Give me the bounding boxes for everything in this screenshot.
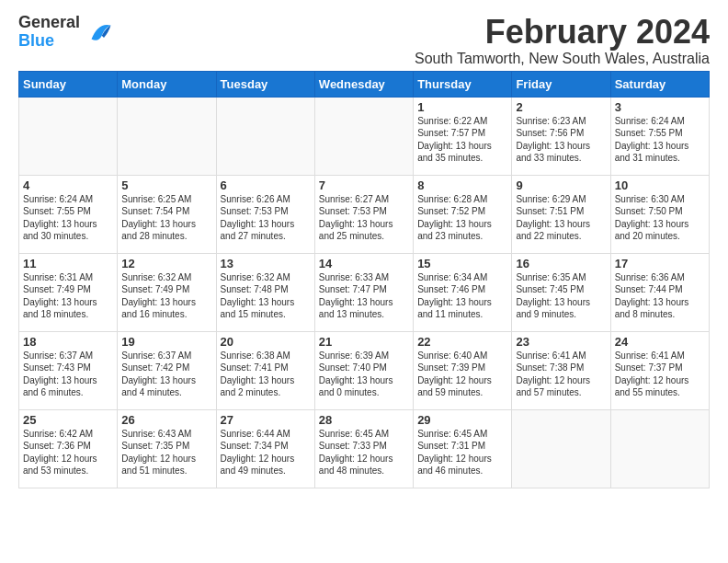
day-number: 13	[221, 257, 311, 270]
calendar-cell: 4Sunrise: 6:24 AM Sunset: 7:55 PM Daylig…	[19, 175, 118, 253]
calendar-cell: 8Sunrise: 6:28 AM Sunset: 7:52 PM Daylig…	[414, 175, 512, 253]
day-info: Sunrise: 6:24 AM Sunset: 7:55 PM Dayligh…	[23, 193, 113, 243]
calendar-cell: 19Sunrise: 6:37 AM Sunset: 7:42 PM Dayli…	[118, 331, 216, 409]
day-number: 15	[417, 257, 507, 270]
col-header-friday: Friday	[512, 71, 610, 97]
calendar-cell: 26Sunrise: 6:43 AM Sunset: 7:35 PM Dayli…	[118, 409, 216, 488]
logo-general: General	[18, 14, 80, 32]
calendar-cell: 22Sunrise: 6:40 AM Sunset: 7:39 PM Dayli…	[414, 331, 512, 409]
day-info: Sunrise: 6:37 AM Sunset: 7:42 PM Dayligh…	[121, 350, 211, 399]
week-row: 4Sunrise: 6:24 AM Sunset: 7:55 PM Daylig…	[19, 175, 710, 253]
header-row: General Blue February 2024 South Tamwort…	[18, 14, 710, 67]
day-info: Sunrise: 6:30 AM Sunset: 7:50 PM Dayligh…	[615, 193, 705, 243]
calendar-cell: 7Sunrise: 6:27 AM Sunset: 7:53 PM Daylig…	[314, 175, 413, 253]
day-info: Sunrise: 6:35 AM Sunset: 7:45 PM Dayligh…	[516, 271, 606, 321]
day-number: 16	[516, 257, 606, 270]
week-row: 25Sunrise: 6:42 AM Sunset: 7:36 PM Dayli…	[19, 409, 710, 488]
col-header-wednesday: Wednesday	[314, 71, 413, 97]
day-info: Sunrise: 6:41 AM Sunset: 7:37 PM Dayligh…	[615, 350, 705, 399]
page: General Blue February 2024 South Tamwort…	[0, 0, 728, 498]
calendar-cell: 11Sunrise: 6:31 AM Sunset: 7:49 PM Dayli…	[19, 253, 118, 331]
col-header-sunday: Sunday	[19, 71, 118, 97]
day-info: Sunrise: 6:40 AM Sunset: 7:39 PM Dayligh…	[417, 350, 507, 399]
logo-blue: Blue	[18, 32, 80, 51]
day-number: 12	[121, 257, 211, 270]
day-number: 2	[516, 100, 606, 114]
day-number: 19	[121, 335, 211, 349]
calendar-cell	[610, 409, 709, 488]
calendar-cell	[118, 97, 216, 175]
week-row: 1Sunrise: 6:22 AM Sunset: 7:57 PM Daylig…	[19, 97, 710, 175]
day-info: Sunrise: 6:38 AM Sunset: 7:41 PM Dayligh…	[221, 350, 311, 399]
calendar-cell: 10Sunrise: 6:30 AM Sunset: 7:50 PM Dayli…	[610, 175, 709, 253]
day-number: 10	[615, 178, 705, 192]
calendar-cell: 6Sunrise: 6:26 AM Sunset: 7:53 PM Daylig…	[216, 175, 314, 253]
calendar-cell: 23Sunrise: 6:41 AM Sunset: 7:38 PM Dayli…	[512, 331, 610, 409]
calendar-cell: 24Sunrise: 6:41 AM Sunset: 7:37 PM Dayli…	[610, 331, 709, 409]
calendar-cell: 27Sunrise: 6:44 AM Sunset: 7:34 PM Dayli…	[216, 409, 314, 488]
day-number: 25	[23, 413, 113, 427]
day-info: Sunrise: 6:45 AM Sunset: 7:31 PM Dayligh…	[417, 428, 507, 477]
day-number: 11	[23, 257, 113, 270]
day-info: Sunrise: 6:39 AM Sunset: 7:40 PM Dayligh…	[319, 350, 409, 399]
day-number: 22	[417, 335, 507, 349]
calendar-cell: 9Sunrise: 6:29 AM Sunset: 7:51 PM Daylig…	[512, 175, 610, 253]
col-header-tuesday: Tuesday	[216, 71, 314, 97]
day-info: Sunrise: 6:24 AM Sunset: 7:55 PM Dayligh…	[615, 115, 705, 165]
day-number: 18	[23, 335, 113, 349]
day-number: 4	[23, 178, 113, 192]
calendar-cell: 5Sunrise: 6:25 AM Sunset: 7:54 PM Daylig…	[118, 175, 216, 253]
subtitle: South Tamworth, New South Wales, Austral…	[415, 51, 710, 67]
day-info: Sunrise: 6:31 AM Sunset: 7:49 PM Dayligh…	[23, 271, 113, 321]
day-number: 5	[121, 178, 211, 192]
week-row: 11Sunrise: 6:31 AM Sunset: 7:49 PM Dayli…	[19, 253, 710, 331]
calendar-cell: 17Sunrise: 6:36 AM Sunset: 7:44 PM Dayli…	[610, 253, 709, 331]
calendar-cell	[314, 97, 413, 175]
day-number: 24	[615, 335, 705, 349]
calendar-cell: 18Sunrise: 6:37 AM Sunset: 7:43 PM Dayli…	[19, 331, 118, 409]
day-number: 29	[417, 413, 507, 427]
calendar-cell: 25Sunrise: 6:42 AM Sunset: 7:36 PM Dayli…	[19, 409, 118, 488]
day-info: Sunrise: 6:42 AM Sunset: 7:36 PM Dayligh…	[23, 428, 113, 477]
day-info: Sunrise: 6:26 AM Sunset: 7:53 PM Dayligh…	[221, 193, 311, 243]
day-info: Sunrise: 6:25 AM Sunset: 7:54 PM Dayligh…	[121, 193, 211, 243]
calendar-cell: 15Sunrise: 6:34 AM Sunset: 7:46 PM Dayli…	[414, 253, 512, 331]
main-title: February 2024	[415, 14, 710, 51]
calendar-cell	[512, 409, 610, 488]
day-number: 20	[221, 335, 311, 349]
day-info: Sunrise: 6:29 AM Sunset: 7:51 PM Dayligh…	[516, 193, 606, 243]
day-number: 26	[121, 413, 211, 427]
col-header-monday: Monday	[118, 71, 216, 97]
day-number: 23	[516, 335, 606, 349]
col-header-saturday: Saturday	[610, 71, 709, 97]
calendar-cell: 1Sunrise: 6:22 AM Sunset: 7:57 PM Daylig…	[414, 97, 512, 175]
calendar-cell: 29Sunrise: 6:45 AM Sunset: 7:31 PM Dayli…	[414, 409, 512, 488]
day-number: 7	[319, 178, 409, 192]
day-info: Sunrise: 6:34 AM Sunset: 7:46 PM Dayligh…	[417, 271, 507, 321]
day-info: Sunrise: 6:32 AM Sunset: 7:48 PM Dayligh…	[221, 271, 311, 321]
day-number: 8	[417, 178, 507, 192]
calendar-cell: 28Sunrise: 6:45 AM Sunset: 7:33 PM Dayli…	[314, 409, 413, 488]
day-info: Sunrise: 6:33 AM Sunset: 7:47 PM Dayligh…	[319, 271, 409, 321]
calendar-cell: 13Sunrise: 6:32 AM Sunset: 7:48 PM Dayli…	[216, 253, 314, 331]
day-number: 14	[319, 257, 409, 270]
day-info: Sunrise: 6:36 AM Sunset: 7:44 PM Dayligh…	[615, 271, 705, 321]
title-block: February 2024 South Tamworth, New South …	[415, 14, 710, 67]
day-number: 21	[319, 335, 409, 349]
calendar-cell: 16Sunrise: 6:35 AM Sunset: 7:45 PM Dayli…	[512, 253, 610, 331]
day-number: 9	[516, 178, 606, 192]
col-header-thursday: Thursday	[414, 71, 512, 97]
day-number: 28	[319, 413, 409, 427]
day-number: 17	[615, 257, 705, 270]
day-info: Sunrise: 6:22 AM Sunset: 7:57 PM Dayligh…	[417, 115, 507, 165]
logo-text: General Blue	[18, 14, 80, 51]
day-info: Sunrise: 6:28 AM Sunset: 7:52 PM Dayligh…	[417, 193, 507, 243]
header-row-table: SundayMondayTuesdayWednesdayThursdayFrid…	[19, 71, 710, 97]
day-info: Sunrise: 6:23 AM Sunset: 7:56 PM Dayligh…	[516, 115, 606, 165]
calendar-table: SundayMondayTuesdayWednesdayThursdayFrid…	[18, 71, 710, 488]
day-info: Sunrise: 6:44 AM Sunset: 7:34 PM Dayligh…	[221, 428, 311, 477]
day-info: Sunrise: 6:37 AM Sunset: 7:43 PM Dayligh…	[23, 350, 113, 399]
logo-bird-icon	[85, 18, 112, 46]
calendar-cell: 2Sunrise: 6:23 AM Sunset: 7:56 PM Daylig…	[512, 97, 610, 175]
day-number: 1	[417, 100, 507, 114]
